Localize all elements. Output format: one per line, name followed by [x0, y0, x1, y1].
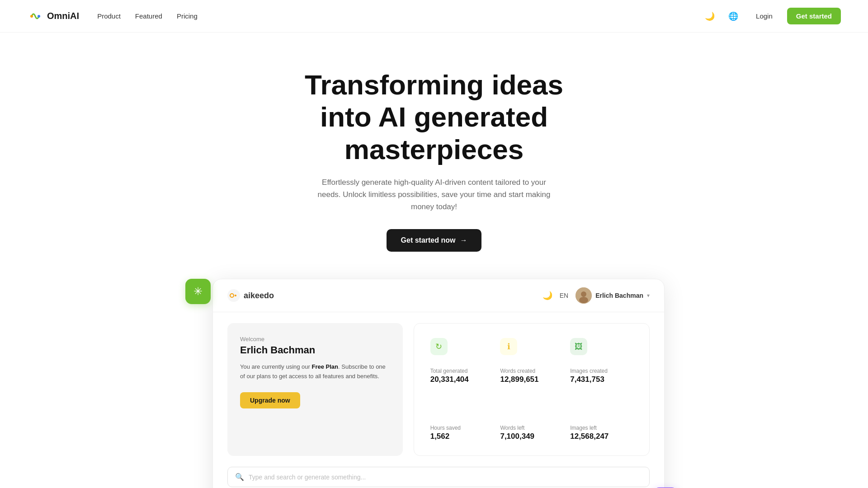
- dashboard-content: Welcome Erlich Bachman You are currently…: [213, 312, 664, 467]
- navbar-left: OmniAI Product Featured Pricing: [27, 8, 198, 24]
- stat-label-words-left: Words left: [500, 425, 563, 431]
- welcome-description: You are currently using our Free Plan. S…: [240, 362, 390, 381]
- globe-icon: 🌐: [728, 11, 738, 21]
- hero-section: Transforming ideas into AI generated mas…: [0, 33, 868, 279]
- username: Erlich Bachman: [595, 292, 643, 299]
- stat-item-total: ↻ Total generated 20,331,404: [427, 333, 497, 389]
- stat-item-images-created: 🖼 Images created 7,431,753: [566, 333, 637, 389]
- logo[interactable]: OmniAI: [27, 8, 79, 24]
- aikeedo-brand-name: aikeedo: [244, 291, 274, 300]
- asterisk-icon: ✳: [193, 285, 203, 298]
- moon-icon: 🌙: [705, 11, 715, 21]
- nav-links: Product Featured Pricing: [97, 12, 198, 20]
- dashboard-card: aikeedo 🌙 EN Erlich Bach: [212, 279, 665, 488]
- hero-title: Transforming ideas into AI generated mas…: [276, 69, 592, 165]
- search-bar[interactable]: 🔍 Type and search or generate something.…: [227, 467, 650, 487]
- logo-icon: [27, 8, 43, 24]
- brand-name: OmniAI: [47, 11, 79, 21]
- stats-card: ↻ Total generated 20,331,404 ℹ Words cre…: [414, 323, 650, 456]
- stat-label-images-created: Images created: [570, 368, 633, 374]
- cta-label: Get started now: [401, 236, 456, 244]
- welcome-user-name: Erlich Bachman: [240, 344, 390, 356]
- svg-point-1: [30, 15, 33, 18]
- doc-icon: ℹ: [500, 338, 517, 355]
- aikeedo-logo-icon: [227, 289, 240, 302]
- stat-item-words-created: ℹ Words created 12,899,651: [496, 333, 566, 389]
- search-icon: 🔍: [235, 473, 244, 481]
- dark-mode-toggle[interactable]: 🌙: [702, 8, 718, 24]
- nav-item-product[interactable]: Product: [97, 12, 121, 20]
- avatar: [576, 287, 592, 304]
- search-placeholder[interactable]: Type and search or generate something...: [249, 474, 642, 481]
- nav-link-product[interactable]: Product: [97, 12, 121, 20]
- search-wrapper: 🔍 Type and search or generate something.…: [213, 467, 664, 488]
- navbar: OmniAI Product Featured Pricing 🌙 🌐 Logi…: [0, 0, 868, 33]
- nav-item-featured[interactable]: Featured: [135, 12, 162, 20]
- refresh-icon: ↻: [430, 338, 448, 355]
- stat-value-words-left: 7,100,349: [500, 432, 563, 441]
- language-toggle[interactable]: 🌐: [725, 8, 741, 24]
- dashboard-nav-right: 🌙 EN Erlich Bachman ▾: [542, 287, 650, 304]
- svg-point-2: [38, 15, 40, 18]
- get-started-button[interactable]: Get started: [787, 8, 841, 24]
- cta-arrow-icon: →: [460, 236, 467, 244]
- chevron-down-icon: ▾: [647, 292, 650, 299]
- nav-link-featured[interactable]: Featured: [135, 12, 162, 20]
- nav-link-pricing[interactable]: Pricing: [177, 12, 198, 20]
- navbar-right: 🌙 🌐 Login Get started: [702, 8, 841, 24]
- stat-item-hours-saved: Hours saved 1,562: [427, 389, 497, 446]
- user-menu[interactable]: Erlich Bachman ▾: [576, 287, 650, 304]
- hero-subtitle: Effortlessly generate high-quality AI-dr…: [312, 176, 556, 213]
- dashboard-dark-mode-toggle[interactable]: 🌙: [542, 291, 552, 300]
- image-icon: 🖼: [570, 338, 587, 355]
- dashboard-moon-icon: 🌙: [542, 291, 552, 300]
- cta-button[interactable]: Get started now →: [387, 229, 482, 252]
- welcome-card: Welcome Erlich Bachman You are currently…: [227, 323, 403, 456]
- svg-point-5: [235, 295, 236, 296]
- stat-label-images-left: Images left: [570, 425, 633, 431]
- stat-label-words-created: Words created: [500, 368, 563, 374]
- svg-point-8: [579, 297, 588, 303]
- stat-value-images-created: 7,431,753: [570, 375, 633, 384]
- stat-value-total: 20,331,404: [430, 375, 493, 384]
- stat-value-hours-saved: 1,562: [430, 432, 493, 441]
- language-selector[interactable]: EN: [560, 292, 568, 299]
- dashboard-logo: aikeedo: [227, 289, 274, 302]
- svg-point-7: [581, 291, 586, 297]
- avatar-image: [576, 287, 592, 304]
- login-button[interactable]: Login: [749, 9, 780, 23]
- floating-icon-left: ✳: [185, 279, 211, 304]
- dashboard-navbar: aikeedo 🌙 EN Erlich Bach: [213, 279, 664, 312]
- dashboard-preview: ✳ ⊞ aikeedo 🌙 EN: [185, 279, 683, 488]
- stat-label-hours-saved: Hours saved: [430, 425, 493, 431]
- welcome-label: Welcome: [240, 336, 390, 343]
- upgrade-button[interactable]: Upgrade now: [240, 392, 300, 408]
- stat-label-total: Total generated: [430, 368, 493, 374]
- stat-item-images-left: Images left 12,568,247: [566, 389, 637, 446]
- stat-item-words-left: Words left 7,100,349: [496, 389, 566, 446]
- nav-item-pricing[interactable]: Pricing: [177, 12, 198, 20]
- stat-value-words-created: 12,899,651: [500, 375, 563, 384]
- stat-value-images-left: 12,568,247: [570, 432, 633, 441]
